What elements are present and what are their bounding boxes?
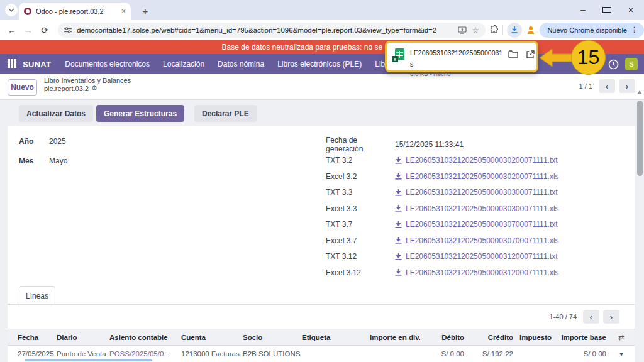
columns-adjust-icon[interactable]: ⇄ (613, 333, 630, 342)
file-download-link[interactable]: LE20605310321202505000031200071111.xls (395, 268, 559, 277)
file-download-link[interactable]: LE20605310321202505000030700071111.xls (395, 236, 559, 245)
address-bar[interactable]: democontable17.solse.pe/web#cids=1&menu_… (58, 23, 486, 38)
year-value[interactable]: 2025 (49, 137, 67, 146)
file-label: TXT 3.12 (326, 252, 395, 261)
list-prev-icon[interactable]: ‹ (583, 310, 599, 324)
col-debito[interactable]: Débito (420, 334, 470, 341)
generation-date-value: 15/12/2025 11:33:41 (395, 140, 464, 149)
list-next-icon[interactable]: › (603, 310, 619, 324)
file-download-link[interactable]: LE20605310321202505000030200071111.txt (395, 156, 558, 165)
minimize-icon[interactable]: ─ (579, 6, 587, 14)
tab-search-icon[interactable] (5, 4, 18, 16)
breadcrumb-parent[interactable]: Libro Inventarios y Balances (44, 77, 131, 84)
record-prev-icon[interactable]: ‹ (599, 79, 615, 93)
gear-icon[interactable]: ⚙ (91, 84, 97, 92)
breadcrumb-record: ple.report.03.2 (44, 85, 89, 92)
row-caret-icon[interactable]: ▾ (613, 349, 630, 358)
chrome-update-button[interactable]: Nuevo Chrome disponible ⋮ (540, 23, 644, 38)
menu-documentos-electronicos[interactable]: Documentos electronicos (65, 60, 150, 69)
bookmark-star-icon[interactable]: ☆ (472, 25, 480, 35)
open-file-icon[interactable] (526, 50, 535, 59)
col-impuesto[interactable]: Impuesto (519, 334, 555, 341)
vertical-scrollbar[interactable] (636, 88, 643, 358)
col-importe-div[interactable]: Importe en div... (370, 334, 420, 341)
reload-icon[interactable]: ⟳ (36, 25, 53, 35)
new-tab-icon[interactable]: + (140, 5, 151, 16)
download-meta: 6,0 KB • Hecho (410, 70, 502, 77)
generar-estructuras-button[interactable]: Generar Estructuras (96, 105, 184, 122)
excel-file-icon: x (392, 48, 404, 62)
show-in-folder-icon[interactable] (508, 50, 518, 59)
record-next-icon[interactable]: › (619, 79, 635, 93)
download-icon (395, 205, 402, 212)
download-icon (395, 253, 402, 260)
tab-close-icon[interactable]: × (121, 7, 126, 16)
file-label: TXT 3.2 (326, 156, 395, 165)
tab-title: Odoo - ple.report.03,2 (36, 8, 117, 15)
col-etiqueta[interactable]: Etiqueta (302, 334, 370, 341)
file-download-link[interactable]: LE20605310321202505000030300071111.txt (395, 188, 558, 197)
file-download-link[interactable]: LE20605310321202505000031200071111.txt (395, 252, 558, 261)
install-app-icon[interactable] (458, 26, 467, 34)
col-importe-base[interactable]: Importe base (555, 334, 613, 341)
scrollbar-thumb[interactable] (637, 101, 643, 176)
profile-icon[interactable] (526, 25, 536, 35)
tab-lineas[interactable]: Líneas (19, 286, 55, 305)
extensions-icon[interactable] (489, 25, 499, 35)
generation-date-label: Fecha de generación (326, 136, 395, 153)
horizontal-scroll-indicator[interactable] (25, 359, 152, 361)
file-download-link[interactable]: LE20605310321202505000030200071111.xls (395, 172, 559, 181)
download-icon (395, 237, 402, 244)
lines-table: Fecha Diario Asiento contable Cuenta Soc… (8, 329, 635, 362)
actualizar-datos-button[interactable]: Actualizar Datos (19, 105, 93, 122)
site-info-icon[interactable] (64, 27, 72, 33)
file-label: Excel 3.12 (326, 268, 395, 277)
col-credito[interactable]: Crédito (470, 334, 519, 341)
back-icon[interactable]: ← (4, 25, 20, 35)
maximize-icon[interactable] (602, 6, 611, 14)
toolbar-divider (502, 25, 503, 35)
activities-clock-icon[interactable] (608, 59, 619, 70)
app-brand[interactable]: SUNAT (23, 60, 51, 69)
declarar-ple-button[interactable]: Declarar PLE (194, 105, 257, 122)
download-icon (395, 157, 402, 164)
new-record-button[interactable]: Nuevo (8, 79, 37, 96)
month-value[interactable]: Mayo (49, 156, 67, 165)
cell-cuenta: 1213000 Facturas... (181, 350, 243, 358)
scroll-up-icon[interactable] (637, 90, 642, 94)
browser-toolbar: ← → ⟳ democontable17.solse.pe/web#cids=1… (0, 20, 644, 40)
file-download-link[interactable]: LE20605310321202505000030300071111.xls (395, 204, 559, 213)
chrome-menu-icon[interactable]: ⋮ (631, 26, 638, 34)
apps-grid-icon[interactable] (8, 59, 18, 69)
cell-debito: S/ 0.00 (420, 350, 470, 358)
col-fecha[interactable]: Fecha (18, 334, 57, 341)
cell-diario: Punto de Venta (57, 350, 109, 358)
file-label: TXT 3.3 (326, 188, 395, 197)
notebook-divider (8, 304, 635, 305)
chrome-update-label: Nuevo Chrome disponible (547, 26, 627, 34)
cell-importe-base: S/ 0.00 (555, 350, 613, 358)
forward-icon[interactable]: → (20, 25, 36, 35)
download-bubble[interactable]: x LE20605310321202505000031 s 6,0 KB • H… (385, 41, 538, 72)
cell-asiento-link[interactable]: POSS/2025/05/0... (109, 350, 181, 358)
col-diario[interactable]: Diario (57, 334, 109, 341)
user-avatar[interactable]: S (625, 58, 638, 70)
download-filename: LE20605310321202505000031 s (410, 49, 502, 68)
table-header-row: Fecha Diario Asiento contable Cuenta Soc… (8, 329, 635, 346)
close-icon[interactable]: ✕ (626, 6, 635, 14)
col-socio[interactable]: Socio (243, 334, 302, 341)
menu-datos-nomina[interactable]: Datos nómina (218, 60, 264, 69)
col-cuenta[interactable]: Cuenta (181, 334, 243, 341)
col-asiento[interactable]: Asiento contable (109, 334, 181, 341)
menu-localizacion[interactable]: Localización (163, 60, 204, 69)
month-label: Mes (19, 156, 40, 165)
cell-credito: S/ 192.22 (470, 350, 519, 358)
url-text: democontable17.solse.pe/web#cids=1&menu_… (77, 26, 453, 34)
download-icon (395, 189, 402, 196)
cell-fecha: 27/05/2025 (18, 350, 57, 358)
file-download-link[interactable]: LE20605310321202505000030700071111.txt (395, 220, 558, 229)
menu-libros-ple[interactable]: Libros electrónicos (PLE) (277, 60, 362, 69)
downloads-icon[interactable] (507, 23, 522, 38)
browser-tab[interactable]: Odoo - ple.report.03,2 × (19, 3, 131, 20)
file-label: Excel 3.3 (326, 204, 395, 213)
